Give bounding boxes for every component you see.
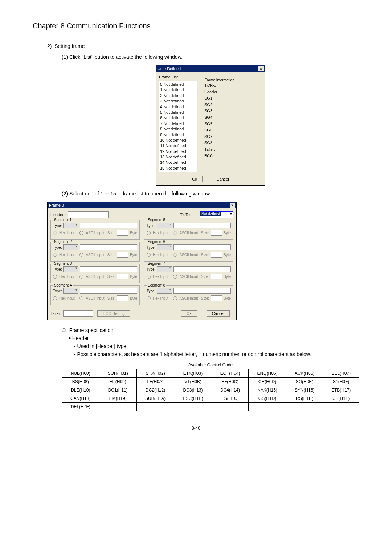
byte-label: Byte <box>224 296 231 300</box>
size-input[interactable] <box>211 274 222 279</box>
ok-button[interactable]: Ok <box>187 176 203 182</box>
bcc-setting-button[interactable]: BCC Setting <box>97 310 130 317</box>
size-input[interactable] <box>211 295 222 301</box>
list-item[interactable]: 8 Not defined <box>160 126 196 132</box>
hex-label: Hex Input <box>59 253 75 257</box>
hex-radio[interactable] <box>147 253 151 257</box>
size-input[interactable] <box>211 230 222 236</box>
list-item[interactable]: 9 Not defined <box>160 132 196 138</box>
size-input[interactable] <box>117 295 128 301</box>
list-item[interactable]: 2 Not defined <box>160 93 196 98</box>
ascii-radio[interactable] <box>79 253 83 257</box>
type-select[interactable] <box>157 223 172 228</box>
list-item[interactable]: 1 Not defined <box>160 87 196 93</box>
table-cell: US(H1F) <box>323 394 359 403</box>
segment-title: Segment 8 <box>147 283 166 287</box>
list-item[interactable]: 15 Not defined <box>160 166 196 171</box>
close-icon[interactable]: × <box>230 203 235 208</box>
segment-input[interactable] <box>173 223 231 228</box>
size-label: Size: <box>201 296 209 300</box>
list-item[interactable]: 13 Not defined <box>160 154 196 160</box>
hex-label: Hex Input <box>153 275 168 279</box>
segment-input[interactable] <box>80 266 137 272</box>
hex-radio[interactable] <box>53 296 57 300</box>
type-select[interactable] <box>63 288 78 294</box>
hex-radio[interactable] <box>53 231 57 235</box>
table-caption: Available Control Code <box>62 361 359 369</box>
cancel-button[interactable]: Cancel <box>211 176 234 182</box>
type-select[interactable] <box>63 266 78 272</box>
frame-list[interactable]: 0 Not defined1 Not defined2 Not defined3… <box>159 81 197 172</box>
ascii-radio[interactable] <box>79 231 83 235</box>
divider <box>33 32 359 32</box>
hex-radio[interactable] <box>53 275 57 279</box>
list-item[interactable]: 12 Not defined <box>160 149 196 154</box>
segment-input[interactable] <box>80 288 137 294</box>
type-label: Type: <box>147 246 155 250</box>
ascii-label: ASCII Input <box>179 275 198 279</box>
type-select[interactable] <box>63 223 78 228</box>
txrx-select[interactable]: Not defined <box>200 211 233 218</box>
hex-radio[interactable] <box>147 231 151 235</box>
table-cell: VT(H0B) <box>174 378 212 386</box>
list-item[interactable]: 14 Not defined <box>160 160 196 165</box>
table-cell <box>99 403 136 411</box>
type-select[interactable] <box>63 244 78 250</box>
size-input[interactable] <box>211 252 222 258</box>
table-cell: ETX(H03) <box>174 369 212 378</box>
segment-input[interactable] <box>80 244 137 250</box>
table-cell: ESC(H1B) <box>174 394 212 403</box>
list-item[interactable]: 10 Not defined <box>160 138 196 143</box>
byte-label: Byte <box>130 296 137 300</box>
segment-input[interactable] <box>173 288 231 294</box>
frame-information-group: Frame Information Tx/Rx:Header:SG1:SG2:S… <box>201 81 262 172</box>
list-item[interactable]: 6 Not defined <box>160 115 196 121</box>
list-item[interactable]: 3 Not defined <box>160 98 196 104</box>
segment-title: Segment 5 <box>147 218 166 222</box>
tailer-input[interactable] <box>63 310 93 317</box>
step1-text: (1) Click "List" button to activate the … <box>62 54 359 60</box>
hex-label: Hex Input <box>153 253 168 257</box>
type-select[interactable] <box>157 244 172 250</box>
list-item[interactable]: 4 Not defined <box>160 104 196 110</box>
list-item[interactable]: 11 Not defined <box>160 143 196 149</box>
table-cell: SOH(H01) <box>99 369 136 378</box>
type-select[interactable] <box>157 266 172 272</box>
ascii-radio[interactable] <box>173 275 177 279</box>
info-label: SG1: <box>204 95 259 102</box>
byte-label: Byte <box>130 275 137 279</box>
type-label: Type: <box>147 267 155 271</box>
type-label: Type: <box>147 289 155 293</box>
hex-radio[interactable] <box>147 275 151 279</box>
segment-input[interactable] <box>173 266 231 272</box>
cancel-button[interactable]: Cancel <box>207 310 230 317</box>
ascii-radio[interactable] <box>79 296 83 300</box>
ascii-radio[interactable] <box>173 296 177 300</box>
hex-radio[interactable] <box>147 296 151 300</box>
ascii-radio[interactable] <box>173 231 177 235</box>
ascii-radio[interactable] <box>173 253 177 257</box>
close-icon[interactable]: × <box>258 66 264 71</box>
table-cell: LF(H0A) <box>136 378 174 386</box>
ascii-radio[interactable] <box>79 275 83 279</box>
hex-radio[interactable] <box>53 253 57 257</box>
segment-input[interactable] <box>173 244 231 250</box>
type-select[interactable] <box>157 288 172 294</box>
type-label: Type: <box>53 246 62 250</box>
type-label: Type: <box>53 267 62 271</box>
frame-info-title: Frame Information <box>204 78 236 82</box>
table-cell: FS(H1C) <box>212 394 249 403</box>
header-input[interactable] <box>68 211 109 218</box>
segment-input[interactable] <box>80 223 137 228</box>
list-item[interactable]: 5 Not defined <box>160 110 196 115</box>
size-label: Size: <box>107 275 115 279</box>
list-item[interactable]: 0 Not defined <box>160 82 196 87</box>
size-input[interactable] <box>117 274 128 279</box>
hex-label: Hex Input <box>59 275 75 279</box>
table-cell <box>174 403 212 411</box>
table-cell: EOT(H04) <box>212 369 249 378</box>
size-input[interactable] <box>117 230 128 236</box>
size-input[interactable] <box>117 252 128 258</box>
list-item[interactable]: 7 Not defined <box>160 121 196 126</box>
ok-button[interactable]: Ok <box>181 310 197 317</box>
